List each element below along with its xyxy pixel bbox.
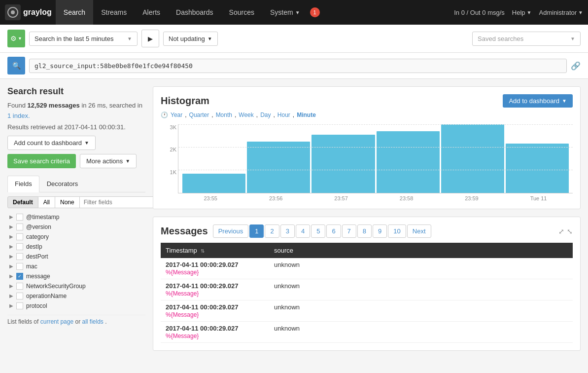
messages-section: Messages Previous 1 2 3 4 5 6 7 8 9 10 N…: [153, 217, 581, 351]
time-link-month[interactable]: Month: [216, 112, 232, 118]
field-checkbox[interactable]: [16, 293, 23, 299]
search-bar: ⚙ ▼ Search in the last 5 minutes ▼ ▶ Not…: [0, 25, 588, 53]
table-row: 2017-04-11 00:00:29.027 %{Message} unkno…: [161, 258, 573, 279]
msg-timestamp[interactable]: 2017-04-11 00:00:29.027: [166, 261, 264, 268]
fields-tabs: Fields Decorators: [7, 176, 145, 192]
msg-link[interactable]: %{Message}: [166, 269, 199, 276]
field-checkbox[interactable]: [16, 233, 23, 240]
field-checkbox[interactable]: [16, 224, 23, 230]
search-result-title: Search result: [7, 86, 145, 97]
field-toggle-icon[interactable]: ▶: [9, 214, 13, 220]
table-row: 2017-04-11 00:00:29.027 %{Message} unkno…: [161, 300, 573, 322]
chart-bar-5: [441, 124, 504, 193]
field-item: ▶ operationName: [7, 291, 145, 301]
field-toggle-icon[interactable]: ▶: [9, 224, 13, 229]
chart-y-labels: 3K 2K 1K: [161, 124, 176, 191]
add-to-dashboard-button[interactable]: Add to dashboard ▼: [503, 94, 573, 108]
query-input[interactable]: [29, 59, 567, 73]
msg-link[interactable]: %{Message}: [166, 333, 199, 339]
msg-link[interactable]: %{Message}: [166, 311, 199, 318]
saved-searches-dropdown[interactable]: Saved searches ▼: [472, 32, 581, 46]
field-checkbox[interactable]: [16, 283, 23, 290]
field-checkbox[interactable]: ✓: [16, 273, 23, 280]
nav-alerts[interactable]: Alerts: [135, 0, 168, 25]
play-icon: ▶: [148, 35, 153, 42]
page-5-button[interactable]: 5: [311, 224, 325, 238]
admin-menu[interactable]: Administrator ▼: [539, 9, 583, 16]
next-page-button[interactable]: Next: [407, 224, 431, 238]
field-checkbox[interactable]: [16, 263, 23, 270]
add-count-button[interactable]: Add count to dashboard ▼: [7, 136, 96, 150]
nav-system[interactable]: System ▼: [262, 0, 308, 25]
field-checkbox[interactable]: [16, 302, 23, 309]
search-settings-button[interactable]: ⚙ ▼: [7, 30, 25, 47]
page-1-button[interactable]: 1: [249, 224, 264, 238]
expand-icon[interactable]: ⤢: [558, 227, 564, 235]
current-page-link[interactable]: current page: [40, 318, 73, 325]
field-checkbox[interactable]: [16, 243, 23, 250]
tab-fields[interactable]: Fields: [7, 176, 39, 192]
time-link-quarter[interactable]: Quarter: [189, 112, 209, 118]
msg-timestamp[interactable]: 2017-04-11 00:00:29.027: [166, 303, 264, 311]
field-toggle-icon[interactable]: ▶: [9, 283, 13, 289]
more-actions-button[interactable]: More actions ▼: [80, 154, 137, 168]
nav-search[interactable]: Search: [56, 0, 93, 25]
field-toggle-icon[interactable]: ▶: [9, 254, 13, 259]
time-link-week[interactable]: Week: [239, 112, 253, 118]
field-checkbox[interactable]: [16, 214, 23, 221]
msg-source: unknown: [269, 258, 573, 279]
filter-all-button[interactable]: All: [38, 196, 55, 208]
tab-decorators[interactable]: Decorators: [39, 176, 86, 192]
nav-streams[interactable]: Streams: [93, 0, 135, 25]
play-button[interactable]: ▶: [141, 30, 159, 47]
field-toggle-icon[interactable]: ▶: [9, 234, 13, 239]
field-name: category: [26, 233, 49, 240]
time-link-day[interactable]: Day: [260, 112, 271, 118]
help-menu[interactable]: Help ▼: [512, 9, 532, 16]
msg-timestamp[interactable]: 2017-04-11 00:00:29.027: [166, 282, 264, 290]
fields-footer: List fields of current page or all field…: [7, 315, 145, 325]
field-toggle-icon[interactable]: ▶: [9, 244, 13, 249]
time-range-selector[interactable]: Search in the last 5 minutes ▼: [29, 32, 138, 46]
time-link-hour[interactable]: Hour: [277, 112, 290, 118]
page-6-button[interactable]: 6: [326, 224, 341, 238]
source-column-header: source: [269, 243, 573, 258]
time-link-year[interactable]: Year: [171, 112, 182, 118]
field-toggle-icon[interactable]: ▶: [9, 273, 13, 279]
page-3-button[interactable]: 3: [280, 224, 295, 238]
table-row: 2017-04-11 00:00:29.027 %{Message} unkno…: [161, 279, 573, 300]
messages-tbody: 2017-04-11 00:00:29.027 %{Message} unkno…: [161, 258, 573, 343]
filter-fields-input[interactable]: [80, 196, 162, 208]
filter-none-button[interactable]: None: [55, 196, 80, 208]
timestamp-column-header[interactable]: Timestamp ⇅: [161, 243, 269, 258]
nav-sources[interactable]: Sources: [221, 0, 262, 25]
filter-default-button[interactable]: Default: [7, 196, 38, 208]
search-button[interactable]: 🔍: [7, 57, 25, 75]
page-9-button[interactable]: 9: [373, 224, 387, 238]
index-link[interactable]: 1 index.: [7, 112, 30, 119]
msg-timestamp[interactable]: 2017-04-11 00:00:29.027: [166, 325, 264, 332]
time-link-minute[interactable]: Minute: [297, 112, 316, 118]
all-fields-link[interactable]: all fields: [82, 318, 103, 325]
field-toggle-icon[interactable]: ▶: [9, 303, 13, 308]
field-toggle-icon[interactable]: ▶: [9, 263, 13, 269]
logo[interactable]: graylog: [5, 4, 52, 20]
histogram-title: Histogram: [161, 95, 209, 107]
field-name: @version: [26, 224, 51, 230]
page-7-button[interactable]: 7: [342, 224, 356, 238]
nav-dashboards[interactable]: Dashboards: [168, 0, 221, 25]
not-updating-button[interactable]: Not updating ▼: [163, 32, 218, 46]
previous-page-button[interactable]: Previous: [213, 224, 249, 238]
field-checkbox[interactable]: [16, 253, 23, 260]
save-search-button[interactable]: Save search criteria: [7, 154, 76, 168]
page-2-button[interactable]: 2: [265, 224, 279, 238]
page-10-button[interactable]: 10: [388, 224, 406, 238]
page-8-button[interactable]: 8: [357, 224, 372, 238]
field-item: ▶ ✓ message: [7, 271, 145, 281]
page-4-button[interactable]: 4: [296, 224, 310, 238]
msg-link[interactable]: %{Message}: [166, 290, 199, 297]
chart-bar-2: [247, 142, 310, 193]
collapse-icon[interactable]: ⤡: [567, 227, 573, 235]
field-toggle-icon[interactable]: ▶: [9, 293, 13, 298]
link-icon[interactable]: 🔗: [571, 61, 581, 71]
